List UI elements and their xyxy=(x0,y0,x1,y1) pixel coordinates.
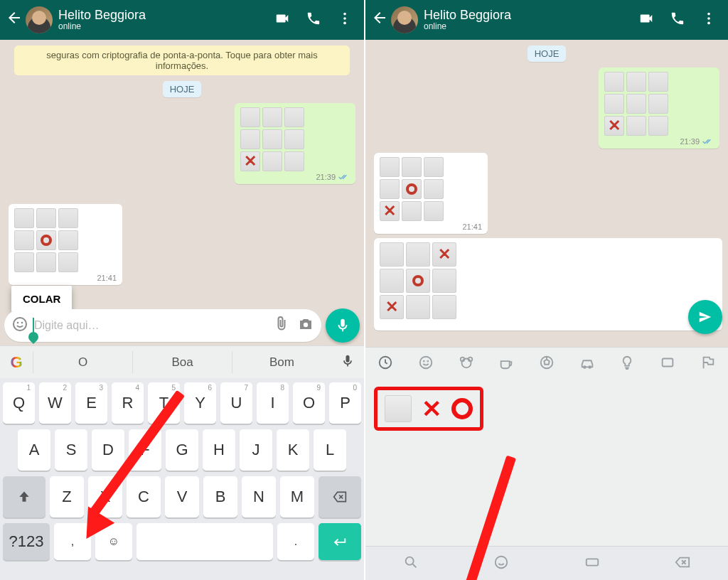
camera-icon[interactable] xyxy=(297,316,314,335)
google-icon[interactable]: G xyxy=(0,353,33,372)
contact-name-block[interactable]: Helito Beggiora online xyxy=(424,9,638,32)
key-z[interactable]: Z xyxy=(50,476,84,517)
svg-point-4 xyxy=(17,322,19,324)
suggestion-1[interactable]: O xyxy=(33,351,132,374)
more-icon[interactable] xyxy=(337,11,353,29)
car-icon[interactable] xyxy=(579,355,595,373)
key-e[interactable]: E3 xyxy=(75,382,107,424)
key-backspace[interactable] xyxy=(318,476,361,517)
key-u[interactable]: U7 xyxy=(220,382,252,424)
encryption-banner[interactable]: seguras com criptografia de ponta-a-pont… xyxy=(14,45,350,75)
emoji-square[interactable] xyxy=(385,395,412,422)
avatar[interactable] xyxy=(391,6,418,33)
key-o[interactable]: O9 xyxy=(293,382,325,424)
voice-call-icon[interactable] xyxy=(670,11,685,29)
svg-point-0 xyxy=(343,13,346,16)
svg-point-7 xyxy=(707,13,710,16)
screen-left: Helito Beggiora online seguras com cript… xyxy=(0,0,364,580)
message-input[interactable]: Digite aqui… xyxy=(4,309,321,342)
svg-point-22 xyxy=(496,556,508,568)
voice-type-icon[interactable] xyxy=(331,354,364,371)
emoji-highlight-box: ✕ xyxy=(374,387,483,431)
key-enter[interactable] xyxy=(318,523,361,560)
key-space[interactable] xyxy=(136,523,273,560)
key-l[interactable]: L xyxy=(314,429,346,471)
svg-point-14 xyxy=(461,358,471,367)
attach-icon[interactable] xyxy=(273,316,290,335)
key-m[interactable]: M xyxy=(280,476,314,517)
emoji-tab-icon[interactable] xyxy=(493,554,509,573)
mic-button[interactable] xyxy=(326,308,360,343)
chat-area-right: HOJE ✕ 21:39 ✕ 21:41 ✕ ✕ xyxy=(365,40,728,580)
incoming-message-1[interactable]: ✕ 21:41 xyxy=(374,153,488,234)
svg-point-11 xyxy=(420,356,432,368)
more-icon[interactable] xyxy=(701,11,717,29)
svg-point-6 xyxy=(304,323,308,327)
avatar[interactable] xyxy=(26,6,53,33)
key-symbols[interactable]: ?123 xyxy=(3,523,50,560)
outgoing-message-1[interactable]: ✕ 21:39 xyxy=(235,103,355,184)
key-y[interactable]: Y6 xyxy=(184,382,216,424)
date-chip: HOJE xyxy=(528,45,567,62)
search-icon[interactable] xyxy=(403,554,419,573)
incoming-message-1[interactable]: 21:41 xyxy=(9,204,122,285)
keyboard[interactable]: Q1 W2 E3 R4 T5 Y6 U7 I8 O9 P0 A S D F G … xyxy=(0,378,364,580)
key-c[interactable]: C xyxy=(127,476,161,517)
screen-right: Helito Beggiora online HOJE ✕ 21:39 ✕ xyxy=(364,0,728,580)
suggestion-3[interactable]: Bom xyxy=(232,351,331,374)
contact-status: online xyxy=(58,22,274,31)
outgoing-message-1[interactable]: ✕ 21:39 xyxy=(599,68,719,149)
ball-icon[interactable] xyxy=(539,355,555,373)
bulb-icon[interactable] xyxy=(619,355,635,373)
suggestion-2[interactable]: Boa xyxy=(132,351,232,374)
key-shift[interactable] xyxy=(3,476,46,517)
send-button[interactable] xyxy=(688,300,722,334)
svg-point-16 xyxy=(468,357,472,361)
recent-icon[interactable] xyxy=(378,355,393,373)
msg-time: 21:39 xyxy=(316,173,336,181)
key-r[interactable]: R4 xyxy=(112,382,144,424)
svg-point-2 xyxy=(343,22,346,25)
key-v[interactable]: V xyxy=(165,476,199,517)
contact-name: Helito Beggiora xyxy=(58,9,274,23)
key-a[interactable]: A xyxy=(18,429,50,471)
key-d[interactable]: D xyxy=(92,429,124,471)
emoji-o[interactable] xyxy=(451,398,473,419)
video-call-icon[interactable] xyxy=(274,11,290,29)
key-b[interactable]: B xyxy=(203,476,237,517)
contact-name: Helito Beggiora xyxy=(424,9,638,23)
key-g[interactable]: G xyxy=(166,429,198,471)
back-icon[interactable] xyxy=(371,9,388,31)
cup-icon[interactable] xyxy=(498,355,514,373)
video-call-icon[interactable] xyxy=(638,11,654,29)
emoji-icon[interactable] xyxy=(11,316,28,335)
key-h[interactable]: H xyxy=(203,429,235,471)
backspace-icon[interactable] xyxy=(675,554,690,573)
flag-icon[interactable] xyxy=(700,355,716,373)
key-n[interactable]: N xyxy=(242,476,276,517)
key-w[interactable]: W2 xyxy=(39,382,71,424)
key-k[interactable]: K xyxy=(277,429,309,471)
key-s[interactable]: S xyxy=(55,429,87,471)
back-icon[interactable] xyxy=(6,9,23,31)
emoji-category-row xyxy=(365,347,728,380)
contact-name-block[interactable]: Helito Beggiora online xyxy=(58,9,274,32)
key-j[interactable]: J xyxy=(240,429,272,471)
key-period[interactable]: . xyxy=(277,523,314,560)
header-actions xyxy=(274,11,358,29)
smiley-icon[interactable] xyxy=(418,355,434,373)
key-p[interactable]: P0 xyxy=(329,382,361,424)
msg-time: 21:39 xyxy=(680,137,700,146)
bear-icon[interactable] xyxy=(459,355,474,373)
key-q[interactable]: Q1 xyxy=(3,382,35,424)
gif-icon[interactable] xyxy=(584,554,600,573)
tictactoe-grid xyxy=(14,208,117,272)
key-i[interactable]: I8 xyxy=(257,382,289,424)
emoji-x[interactable]: ✕ xyxy=(422,394,441,423)
voice-call-icon[interactable] xyxy=(306,11,321,29)
emoji-bottom-bar xyxy=(365,546,728,580)
header-actions xyxy=(638,11,722,29)
symbols-icon[interactable] xyxy=(660,355,675,373)
read-receipt-icon xyxy=(338,173,350,181)
draft-message[interactable]: ✕ ✕ xyxy=(374,238,722,331)
